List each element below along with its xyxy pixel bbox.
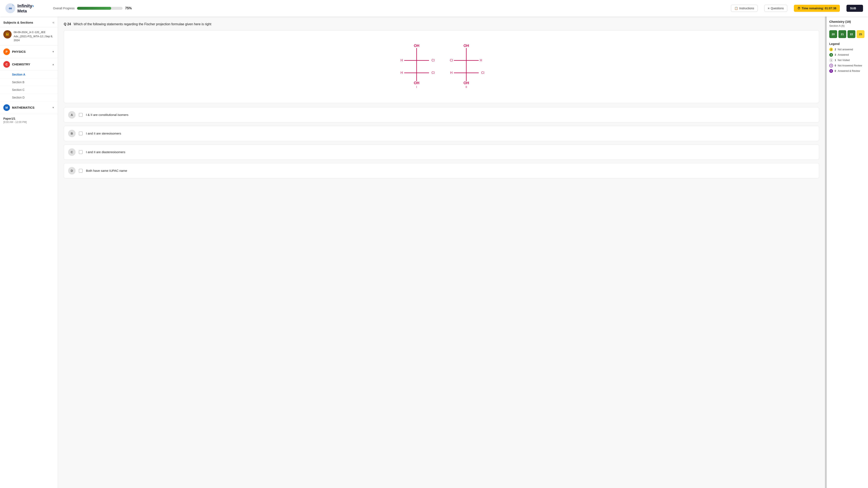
option-c-checkbox[interactable] bbox=[79, 150, 83, 154]
exam-name: 08-09-2024_Jr.C-120_JEE Adv_(2021-P2)_WT… bbox=[14, 30, 55, 42]
sidebar-collapse-button[interactable]: « bbox=[52, 20, 55, 25]
instructions-label: Instructions bbox=[739, 7, 754, 10]
q-btn-25[interactable]: 25 bbox=[857, 30, 865, 38]
legend-dot-yellow: 2 bbox=[829, 47, 833, 51]
section-d-item[interactable]: Section D bbox=[0, 94, 58, 101]
option-a-text: I & II are constitutional isomers bbox=[86, 113, 128, 117]
sidebar-item-physics[interactable]: P PHYSICS ▼ bbox=[0, 45, 58, 58]
progress-area: Overall Progress 75% bbox=[53, 6, 724, 10]
legend-answered-label: Answered bbox=[838, 54, 849, 56]
questions-label: Questions bbox=[771, 7, 784, 10]
svg-text:Cl: Cl bbox=[432, 59, 435, 62]
svg-text:OH: OH bbox=[464, 44, 469, 48]
option-d-checkbox[interactable] bbox=[79, 169, 83, 172]
progress-percent: 75% bbox=[125, 6, 132, 10]
sidebar-item-mathematics[interactable]: M MATHEMATICS ▼ bbox=[0, 101, 58, 114]
top-header: ∞ Infinity› Meta Overall Progress 75% 📋 … bbox=[0, 0, 868, 17]
sidebar-title: Subjects & Sections bbox=[3, 21, 33, 24]
option-c-text: I and II are diastereoisomers bbox=[86, 150, 125, 154]
option-d[interactable]: D Both have same IUPAC name bbox=[64, 163, 819, 178]
chemistry-label: CHEMISTRY bbox=[12, 63, 50, 66]
chemistry-icon: C bbox=[3, 61, 10, 68]
legend-section: Legend 2 2 Not answered 3 3 Answered 1 1… bbox=[829, 42, 866, 73]
legend-not-answered-review: 0 0 Not Answered Review bbox=[829, 64, 866, 67]
option-c[interactable]: C I and II are diastereoisomers bbox=[64, 144, 819, 160]
svg-text:Cl: Cl bbox=[432, 71, 435, 74]
submit-label: SUB bbox=[850, 7, 856, 10]
divider-bar bbox=[825, 17, 827, 488]
legend-not-answered-count: 2 bbox=[835, 48, 836, 51]
right-panel-title: Chemistry (19) bbox=[829, 20, 866, 23]
section-a-item[interactable]: Section A bbox=[0, 71, 58, 78]
legend-answered-count: 3 bbox=[835, 54, 836, 56]
legend-not-visited-count: 1 bbox=[835, 59, 836, 62]
svg-text:H: H bbox=[400, 59, 403, 62]
svg-text:∞: ∞ bbox=[9, 6, 12, 11]
legend-answered-review-count: 0 bbox=[835, 69, 836, 72]
right-panel: Chemistry (19) Section A (6) 20 21 22 25… bbox=[827, 17, 868, 488]
fischer-structures: OH H Cl H bbox=[68, 39, 815, 93]
option-d-text: Both have same IUPAC name bbox=[86, 169, 127, 172]
logo-area: ∞ Infinity› Meta bbox=[5, 3, 46, 14]
fischer-structure-1: OH H Cl H bbox=[398, 43, 435, 88]
legend-dot-white: 1 bbox=[829, 58, 833, 62]
instructions-button[interactable]: 📋 Instructions bbox=[731, 5, 757, 12]
option-b-checkbox[interactable] bbox=[79, 132, 83, 135]
chemistry-sections: Section A Section B Section C Section D bbox=[0, 71, 58, 101]
math-label: MATHEMATICS bbox=[12, 106, 50, 109]
fischer-svg-1: OH H Cl H bbox=[398, 43, 435, 88]
question-number: Q 24 bbox=[64, 22, 71, 26]
main-content: Q 24 Which of the following statements r… bbox=[58, 17, 825, 488]
logo-icon: ∞ bbox=[5, 3, 16, 14]
svg-text:H: H bbox=[480, 59, 482, 62]
option-b-text: I and II are stereoisomers bbox=[86, 132, 121, 135]
option-a-circle: A bbox=[68, 111, 75, 119]
q-btn-22[interactable]: 22 bbox=[847, 30, 856, 38]
submit-button[interactable]: SUB bbox=[846, 5, 863, 12]
legend-answered-review: 0 0 Answered & Review bbox=[829, 69, 866, 73]
svg-text:I: I bbox=[416, 85, 417, 88]
svg-text:OH: OH bbox=[414, 81, 420, 85]
option-a-checkbox[interactable] bbox=[79, 113, 83, 117]
legend-answered-review-label: Answered & Review bbox=[838, 69, 860, 72]
legend-not-answered-label: Not answered bbox=[838, 48, 853, 51]
physics-arrow: ▼ bbox=[52, 50, 55, 53]
option-c-circle: C bbox=[68, 149, 75, 156]
physics-label: PHYSICS bbox=[12, 50, 50, 54]
paper-title: Paper1/1 bbox=[3, 117, 55, 120]
svg-text:II: II bbox=[465, 85, 467, 88]
questions-icon: ≡ bbox=[768, 7, 769, 10]
paper-time: [9:00 AM - 12:00 PM] bbox=[3, 121, 55, 124]
math-icon: M bbox=[3, 104, 10, 111]
sidebar: Subjects & Sections « 🏛 08-09-2024_Jr.C-… bbox=[0, 17, 58, 488]
fischer-diagram: OH H Cl H bbox=[64, 30, 819, 103]
fischer-structure-2: OH Cl H H bbox=[448, 43, 485, 88]
q-btn-21[interactable]: 21 bbox=[838, 30, 846, 38]
question-grid: 20 21 22 25 bbox=[829, 30, 866, 38]
sidebar-header: Subjects & Sections « bbox=[0, 17, 58, 27]
section-c-item[interactable]: Section C bbox=[0, 86, 58, 94]
timer-button[interactable]: ⏱ Time remaining: 01:07:38 bbox=[794, 5, 840, 12]
legend-not-visited-label: Not Visited bbox=[838, 59, 850, 62]
svg-text:Cl: Cl bbox=[481, 71, 484, 74]
time-remaining: Time remaining: 01:07:38 bbox=[802, 7, 836, 10]
svg-text:H: H bbox=[400, 71, 403, 74]
progress-label: Overall Progress bbox=[53, 7, 74, 10]
option-b-circle: B bbox=[68, 130, 75, 137]
exam-card: 🏛 08-09-2024_Jr.C-120_JEE Adv_(2021-P2)_… bbox=[0, 27, 58, 45]
svg-text:Cl: Cl bbox=[450, 59, 453, 62]
svg-text:OH: OH bbox=[464, 81, 469, 85]
chemistry-arrow: ▲ bbox=[52, 63, 55, 66]
main-layout: Subjects & Sections « 🏛 08-09-2024_Jr.C-… bbox=[0, 17, 868, 488]
questions-button[interactable]: ≡ Questions bbox=[764, 5, 787, 12]
legend-dot-green: 3 bbox=[829, 53, 833, 57]
sidebar-item-chemistry[interactable]: C CHEMISTRY ▲ bbox=[0, 58, 58, 71]
paper-info: Paper1/1 [9:00 AM - 12:00 PM] bbox=[0, 114, 58, 126]
option-b[interactable]: B I and II are stereoisomers bbox=[64, 126, 819, 141]
option-d-circle: D bbox=[68, 167, 75, 174]
section-b-item[interactable]: Section B bbox=[0, 78, 58, 86]
option-a[interactable]: A I & II are constitutional isomers bbox=[64, 107, 819, 123]
q-btn-20[interactable]: 20 bbox=[829, 30, 837, 38]
timer-icon: ⏱ bbox=[797, 7, 800, 10]
legend-not-visited: 1 1 Not Visited bbox=[829, 58, 866, 62]
